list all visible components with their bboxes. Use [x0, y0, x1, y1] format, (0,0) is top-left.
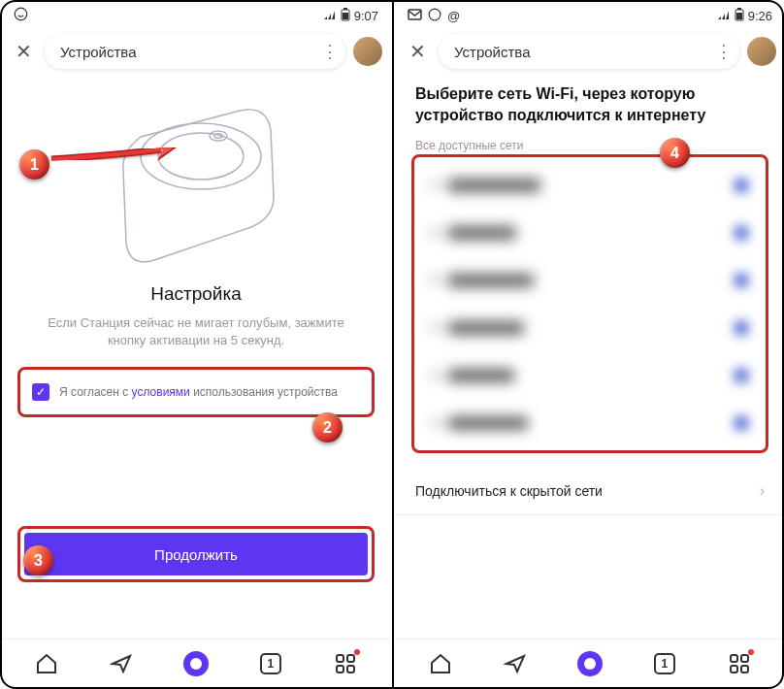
header-pill[interactable]: Устройства ⋮	[45, 34, 345, 69]
svg-rect-19	[731, 666, 737, 673]
continue-highlight: Продолжить	[17, 526, 375, 582]
content-area: Выберите сеть Wi-Fi, через которую устро…	[396, 74, 784, 639]
svg-point-0	[15, 8, 27, 20]
svg-rect-16	[737, 8, 741, 10]
wifi-title: Выберите сеть Wi-Fi, через которую устро…	[415, 83, 765, 125]
annotation-marker-2: 2	[312, 412, 343, 443]
svg-rect-11	[347, 666, 354, 673]
app-header: ✕ Устройства ⋮	[396, 29, 784, 74]
screen-setup: 9:07 ✕ Устройства ⋮ Настройка Если Станц…	[2, 2, 390, 687]
svg-rect-18	[741, 655, 748, 662]
setup-title: Настройка	[17, 283, 375, 305]
wifi-network-row[interactable]	[414, 209, 766, 256]
consent-text: Я согласен с условиями использования уст…	[59, 385, 338, 399]
nav-home-icon[interactable]	[428, 651, 453, 676]
header-title: Устройства	[454, 44, 530, 60]
screen-divider	[392, 0, 394, 689]
wifi-network-row[interactable]	[414, 399, 766, 446]
avatar[interactable]	[353, 37, 382, 66]
signal-icon	[717, 9, 731, 23]
nav-send-icon[interactable]	[503, 651, 528, 676]
at-icon: @	[447, 9, 460, 23]
bottom-nav: 1	[396, 639, 784, 687]
annotation-marker-3: 3	[23, 545, 53, 575]
annotation-arrow	[47, 148, 182, 196]
wifi-subtitle: Все доступные сети	[415, 139, 765, 152]
whatsapp-icon	[14, 7, 28, 24]
status-time: 9:26	[748, 9, 772, 23]
nav-tabs-icon[interactable]: 1	[652, 651, 677, 676]
battery-icon	[735, 8, 744, 24]
status-bar: @ 9:26	[396, 2, 784, 29]
close-button[interactable]: ✕	[404, 38, 431, 65]
chevron-right-icon: ›	[760, 482, 765, 500]
svg-rect-2	[343, 13, 348, 19]
hidden-network-label: Подключиться к скрытой сети	[415, 483, 603, 499]
annotation-marker-1: 1	[19, 149, 49, 180]
consent-checkbox[interactable]: ✓	[32, 383, 49, 401]
svg-rect-8	[337, 655, 343, 662]
svg-rect-10	[337, 666, 343, 673]
svg-point-6	[210, 131, 227, 141]
svg-rect-12	[408, 10, 421, 19]
svg-rect-15	[736, 13, 742, 19]
avatar[interactable]	[747, 37, 776, 66]
nav-alice-icon[interactable]	[183, 651, 209, 676]
nav-services-icon[interactable]	[333, 651, 358, 676]
setup-instruction: Если Станция сейчас не мигает голубым, з…	[17, 314, 375, 349]
nav-services-icon[interactable]	[727, 651, 752, 676]
app-header: ✕ Устройства ⋮	[2, 29, 390, 74]
status-bar: 9:07	[2, 2, 390, 29]
more-icon[interactable]: ⋮	[321, 41, 338, 62]
wifi-network-row[interactable]	[414, 304, 766, 351]
signal-icon	[323, 9, 337, 23]
svg-rect-9	[347, 655, 354, 662]
nav-send-icon[interactable]	[109, 651, 134, 676]
wifi-list	[411, 154, 768, 453]
svg-rect-20	[741, 666, 748, 673]
svg-rect-17	[731, 655, 737, 662]
continue-button[interactable]: Продолжить	[24, 533, 368, 575]
svg-rect-3	[343, 8, 347, 10]
screen-wifi: @ 9:26 ✕ Устройства ⋮ Выберите сеть Wi-F…	[396, 2, 784, 687]
status-time: 9:07	[354, 9, 378, 23]
consent-row[interactable]: ✓ Я согласен с условиями использования у…	[17, 367, 375, 417]
svg-point-13	[429, 9, 441, 20]
terms-link[interactable]: условиями	[132, 385, 190, 399]
whatsapp-icon	[428, 8, 441, 24]
wifi-network-row[interactable]	[414, 161, 766, 209]
header-title: Устройства	[60, 44, 136, 60]
annotation-marker-4: 4	[660, 138, 690, 168]
battery-icon	[341, 8, 350, 24]
bottom-nav: 1	[2, 639, 390, 687]
nav-home-icon[interactable]	[34, 651, 59, 676]
hidden-network-row[interactable]: Подключиться к скрытой сети ›	[396, 467, 784, 515]
nav-tabs-icon[interactable]: 1	[258, 651, 283, 676]
close-button[interactable]: ✕	[10, 38, 37, 65]
more-icon[interactable]: ⋮	[715, 41, 732, 62]
header-pill[interactable]: Устройства ⋮	[439, 34, 739, 69]
mail-icon	[408, 9, 422, 23]
nav-alice-icon[interactable]	[577, 651, 603, 676]
wifi-network-row[interactable]	[414, 256, 766, 304]
wifi-network-row[interactable]	[414, 351, 766, 399]
